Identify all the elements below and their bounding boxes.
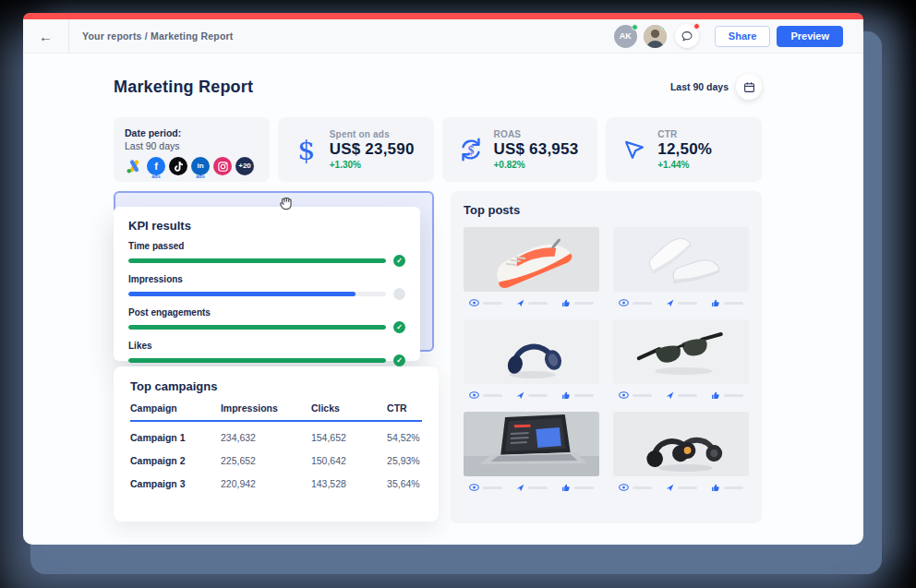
clicks-value: 150,642 [311, 445, 387, 468]
metric-label: Time passed [128, 241, 405, 251]
share-button[interactable]: Share [715, 26, 771, 47]
preview-button[interactable]: Preview [777, 26, 843, 47]
ctr-value: 35,64% [387, 468, 422, 491]
stat-placeholder [528, 486, 548, 489]
post-image-laptop[interactable] [464, 412, 599, 476]
status-circle [393, 321, 405, 333]
share-stat [666, 483, 697, 492]
progress-fill [128, 292, 356, 296]
ctr-value: 54,52% [387, 421, 422, 445]
table-row: Campaign 3 220,942 143,528 35,64% [130, 468, 422, 491]
like-stat [561, 483, 594, 492]
impressions-value: 234,632 [221, 421, 311, 445]
window-top-accent-bar [23, 13, 863, 19]
stat-placeholder [724, 394, 743, 397]
views-stat [619, 298, 652, 307]
share-icon [666, 484, 674, 492]
post-stats [464, 476, 599, 492]
roas-cycle-icon: $ [455, 136, 487, 163]
date-range-cluster: Last 90 days [670, 74, 762, 100]
calendar-button[interactable] [736, 74, 762, 100]
progress-track [128, 292, 386, 296]
campaign-name: Campaign 1 [130, 421, 221, 445]
kpi-delta: +1.44% [657, 160, 712, 170]
status-circle [393, 255, 405, 267]
impressions-value: 220,942 [221, 468, 311, 491]
metric-post-engagements: Post engagements [128, 307, 405, 333]
kpi-label: CTR [657, 129, 712, 139]
date-period-value: Last 90 days [125, 140, 259, 151]
breadcrumb[interactable]: Your reports / Marketing Report [82, 30, 234, 42]
back-arrow-icon: ← [39, 29, 53, 44]
kpi-delta: +0.82% [494, 160, 579, 170]
post-image-blue-headphones[interactable] [464, 319, 599, 384]
post-orange-sneaker [464, 227, 599, 307]
status-circle [393, 288, 405, 300]
stat-placeholder [678, 302, 697, 305]
kpi-tile-roas: $ ROAS US$ 63,953 +0.82% [442, 117, 598, 182]
like-icon [561, 298, 571, 307]
topbar-right-cluster: AK Share Preview [614, 24, 863, 48]
topbar: ← Your reports / Marketing Report AK [23, 19, 863, 54]
post-black-headphones [613, 412, 749, 492]
more-channels-count: +20 [238, 162, 251, 170]
views-icon [619, 391, 629, 399]
clicks-value: 143,528 [311, 468, 387, 491]
stat-placeholder [633, 486, 652, 489]
share-stat [516, 390, 548, 400]
post-image-black-headphones[interactable] [613, 412, 749, 476]
tiktok-icon [169, 157, 187, 175]
col-clicks: Clicks [311, 402, 387, 421]
ctr-value: 25,93% [387, 445, 422, 468]
comments-button[interactable] [675, 24, 699, 48]
col-ctr: CTR [387, 402, 422, 421]
post-sunglasses [613, 319, 749, 400]
kpi-label: Spent on ads [330, 129, 415, 139]
top-posts-panel: Top posts [451, 191, 762, 523]
like-stat [711, 298, 743, 307]
views-icon [619, 484, 629, 491]
report-content: Marketing Report Last 90 days Date perio… [23, 54, 771, 523]
widgets-columns: KPI results Time passed Impressions [114, 191, 762, 523]
share-icon [666, 299, 674, 307]
avatar-ak[interactable]: AK [614, 25, 637, 48]
post-image-sunglasses[interactable] [613, 319, 749, 384]
back-button[interactable]: ← [23, 19, 69, 53]
post-stats [613, 476, 749, 492]
progress-track [128, 258, 386, 263]
avatar-photo[interactable] [644, 25, 667, 48]
title-row: Marketing Report Last 90 days [114, 74, 762, 100]
stat-placeholder [678, 486, 697, 489]
post-image-white-sneakers[interactable] [613, 227, 749, 292]
stat-placeholder [483, 302, 502, 305]
col-campaign: Campaign [130, 402, 221, 421]
stat-placeholder [483, 394, 502, 397]
channel-icons-row: f ads in ads [125, 157, 259, 175]
facebook-letter: f [154, 162, 158, 172]
linkedin-ads-icon: in ads [191, 157, 210, 175]
summary-tiles-row: Date period: Last 90 days f ads [114, 117, 762, 182]
kpi-value: US$ 23,590 [330, 140, 415, 159]
col-impressions: Impressions [221, 402, 311, 421]
table-row: Campaign 2 225,652 150,642 25,93% [130, 445, 422, 468]
campaign-name: Campaign 3 [130, 468, 221, 491]
linkedin-letters: in [197, 162, 203, 170]
campaigns-header-row: Campaign Impressions Clicks CTR [130, 402, 422, 421]
kpi-results-card[interactable]: KPI results Time passed Impressions [114, 207, 420, 361]
campaigns-table: Campaign Impressions Clicks CTR Campaign… [130, 402, 422, 491]
metric-label: Likes [128, 341, 405, 351]
like-icon [711, 483, 720, 492]
share-stat [666, 298, 697, 307]
kpi-label: ROAS [494, 129, 579, 139]
instagram-icon [213, 157, 232, 175]
views-icon [469, 484, 479, 491]
like-stat [561, 298, 594, 307]
app-window: ← Your reports / Marketing Report AK [23, 13, 863, 545]
more-channels-badge[interactable]: +20 [235, 157, 254, 175]
post-image-orange-sneaker[interactable] [464, 227, 599, 292]
date-range-label[interactable]: Last 90 days [670, 81, 729, 92]
post-stats [613, 384, 749, 400]
like-icon [561, 390, 571, 400]
post-laptop [464, 412, 599, 492]
progress-fill [128, 258, 386, 263]
